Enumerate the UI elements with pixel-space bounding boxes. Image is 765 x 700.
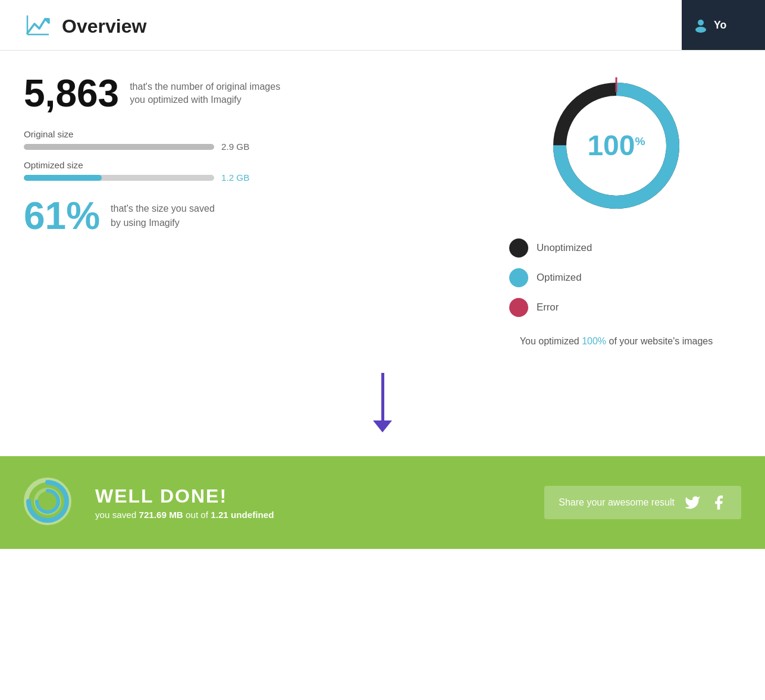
size-section: Original size 2.9 GB Optimized size 1.2 …: [24, 129, 456, 183]
user-menu[interactable]: Yo: [682, 0, 765, 50]
twitter-icon: [684, 494, 701, 511]
legend: Unoptimized Optimized Error: [491, 238, 741, 328]
right-panel: 100% Unoptimized Optimized Error You opt…: [491, 74, 741, 349]
legend-item-unoptimized: Unoptimized: [509, 238, 741, 258]
images-count: 5,863: [24, 74, 119, 112]
share-button[interactable]: Share your awesome result: [544, 486, 741, 519]
legend-item-optimized: Optimized: [509, 268, 741, 287]
left-panel: 5,863 that's the number of original imag…: [24, 74, 456, 349]
share-label: Share your awesome result: [559, 497, 675, 508]
optimized-size-bar-container: 1.2 GB: [24, 172, 456, 183]
legend-label-unoptimized: Unoptimized: [537, 242, 592, 254]
banner-text: WELL DONE! you saved 721.69 MB out of 1.…: [95, 485, 521, 520]
chart-icon: [24, 11, 52, 42]
savings-percent: 61%: [24, 197, 100, 235]
savings-desc: that's the size you saved by using Imagi…: [111, 202, 215, 230]
error-dot: [509, 298, 528, 317]
original-size-value: 2.9 GB: [221, 142, 249, 152]
donut-center: 100%: [587, 131, 645, 160]
arrow-head: [373, 420, 392, 432]
savings-section: 61% that's the size you saved by using I…: [24, 197, 456, 235]
user-avatar-icon: [692, 17, 709, 33]
images-count-row: 5,863 that's the number of original imag…: [24, 74, 456, 112]
svg-point-3: [695, 27, 706, 33]
user-label: Yo: [714, 19, 726, 32]
legend-label-error: Error: [537, 302, 559, 313]
optimized-dot: [509, 268, 528, 287]
legend-item-error: Error: [509, 298, 741, 317]
images-count-desc: that's the number of original images you…: [130, 80, 280, 107]
optimized-size-label: Optimized size: [24, 160, 456, 170]
original-size-bar-track: [24, 144, 214, 150]
donut-chart: 100%: [545, 74, 688, 217]
svg-point-2: [698, 20, 704, 26]
optimized-size-bar-track: [24, 175, 214, 181]
page-title: Overview: [62, 15, 146, 37]
main-content: 5,863 that's the number of original imag…: [0, 51, 765, 349]
original-size-bar-fill: [24, 144, 214, 150]
facebook-icon: [710, 494, 727, 511]
original-size-label: Original size: [24, 129, 456, 139]
legend-label-optimized: Optimized: [537, 272, 582, 284]
imagify-logo-icon: [24, 478, 71, 525]
green-banner: WELL DONE! you saved 721.69 MB out of 1.…: [0, 456, 765, 549]
banner-title: WELL DONE!: [95, 485, 521, 507]
imagify-icon: [24, 478, 71, 528]
banner-subtitle: you saved 721.69 MB out of 1.21 undefine…: [95, 510, 521, 520]
header: Overview Yo: [0, 0, 765, 51]
arrow-section: [0, 373, 765, 438]
optimized-size-value: 1.2 GB: [221, 172, 249, 183]
optimized-summary-text: You optimized 100% of your website's ima…: [520, 334, 713, 349]
arrow-shaft: [381, 373, 384, 420]
optimized-size-bar-fill: [24, 175, 102, 181]
original-size-bar-container: 2.9 GB: [24, 142, 456, 152]
header-left: Overview: [24, 11, 146, 42]
unoptimized-dot: [509, 238, 528, 258]
